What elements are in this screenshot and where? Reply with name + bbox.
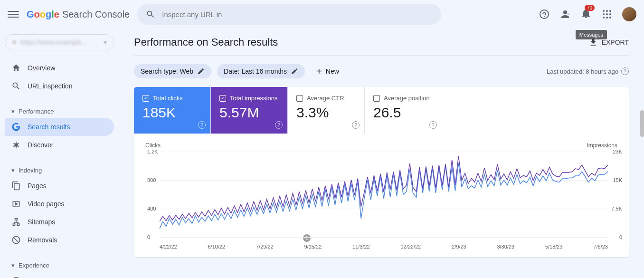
info-icon[interactable]: ? [352, 121, 360, 129]
sidebar-item-removals[interactable]: Removals [5, 231, 114, 249]
search-icon [11, 81, 21, 91]
metric-total-impressions[interactable]: Total impressions 5.57M ? [211, 87, 288, 134]
sidebar-item-search-results[interactable]: Search results [5, 118, 114, 136]
svg-point-6 [603, 17, 605, 19]
logo[interactable]: Google Search Console [27, 9, 130, 20]
plus-icon: + [316, 67, 322, 76]
svg-point-1 [606, 10, 608, 12]
download-icon [588, 38, 598, 47]
notifications-button[interactable]: 70 [580, 8, 592, 21]
metric-average-ctr[interactable]: Average CTR 3.3% ? [288, 87, 365, 134]
chevron-down-icon: ▾ [11, 108, 15, 115]
filter-date[interactable]: Date: Last 16 months [217, 64, 305, 78]
sidebar-item-sitemaps[interactable]: Sitemaps [5, 213, 114, 231]
info-icon[interactable]: ? [621, 67, 629, 75]
svg-point-3 [603, 13, 605, 15]
sidebar-section-experience[interactable]: ▾Experience [5, 257, 114, 272]
metric-average-position[interactable]: Average position 26.5 ? [365, 87, 442, 134]
info-icon[interactable]: ? [275, 121, 283, 129]
logo-text: Search Console [62, 9, 130, 20]
sidebar-item-discover[interactable]: Discover [5, 136, 114, 154]
sidebar-item-pages[interactable]: Pages [5, 177, 114, 195]
users-icon[interactable] [559, 9, 571, 20]
sidebar-item-overview[interactable]: Overview [5, 59, 114, 77]
block-icon [11, 235, 21, 245]
url-inspect-input[interactable] [162, 10, 433, 19]
menu-icon[interactable] [8, 9, 19, 20]
checkbox-icon [219, 95, 226, 102]
svg-point-8 [609, 17, 611, 19]
help-icon[interactable] [539, 9, 550, 20]
edit-icon [197, 67, 205, 75]
metric-total-clicks[interactable]: Total clicks 185K ? [134, 87, 211, 134]
svg-point-5 [609, 13, 611, 15]
notification-badge: 70 [585, 5, 595, 11]
pages-icon [11, 181, 21, 191]
sidebar-section-performance[interactable]: ▾Performance [5, 103, 114, 118]
y-axis-left-label: Clicks [145, 142, 161, 149]
sidebar-item-video-pages[interactable]: Video pages [5, 195, 114, 213]
sidebar-item-page-experience[interactable]: Page Experience [5, 272, 114, 278]
add-filter-button[interactable]: +New [311, 63, 345, 79]
info-icon[interactable]: ? [429, 121, 437, 129]
home-icon [11, 63, 21, 73]
svg-point-0 [603, 10, 605, 12]
sitemap-icon [11, 217, 21, 227]
chevron-down-icon: ▾ [11, 262, 15, 269]
video-icon [11, 199, 21, 209]
property-selector[interactable]: https://www.example... ▾ [5, 34, 114, 50]
performance-chart: Clicks Impressions 1 1.2K23K80015K4007.5… [134, 134, 629, 257]
last-updated: Last updated: 8 hours ago? [547, 67, 629, 75]
svg-point-2 [609, 10, 611, 12]
svg-point-7 [606, 17, 608, 19]
search-icon [146, 10, 155, 19]
sidebar: https://www.example... ▾ Overview URL in… [0, 29, 119, 278]
edit-icon [291, 67, 298, 75]
export-button[interactable]: EXPORT [588, 38, 629, 47]
checkbox-icon [296, 95, 303, 102]
svg-point-4 [606, 13, 608, 15]
asterisk-icon [11, 140, 21, 150]
sidebar-section-indexing[interactable]: ▾Indexing [5, 162, 114, 177]
google-g-icon [11, 122, 21, 132]
y-axis-right-label: Impressions [587, 142, 617, 149]
sidebar-item-url-inspection[interactable]: URL inspection [5, 77, 114, 95]
checkbox-icon [373, 95, 380, 102]
filter-search-type[interactable]: Search type: Web [134, 64, 211, 78]
scrollbar[interactable] [640, 110, 644, 137]
avatar[interactable] [622, 7, 636, 21]
chevron-down-icon: ▾ [104, 38, 107, 46]
info-icon[interactable]: ? [198, 121, 206, 129]
apps-icon[interactable] [601, 9, 613, 20]
circle-plus-icon [11, 276, 21, 278]
url-inspect-bar[interactable] [137, 4, 441, 25]
chevron-down-icon: ▾ [11, 167, 15, 174]
page-title: Performance on Search results [134, 36, 278, 48]
checkbox-icon [142, 95, 149, 102]
